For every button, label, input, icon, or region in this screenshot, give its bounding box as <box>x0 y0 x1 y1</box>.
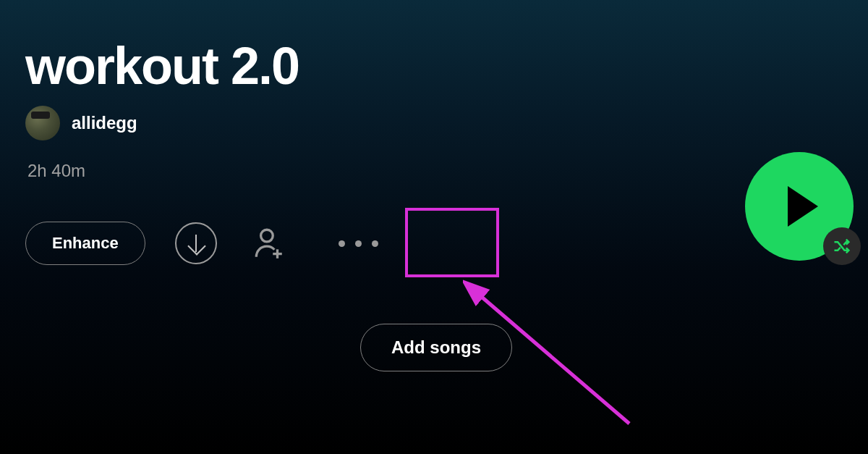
playlist-title: workout 2.0 <box>25 36 299 96</box>
play-button[interactable] <box>745 152 854 261</box>
play-icon <box>788 186 818 227</box>
shuffle-badge[interactable] <box>823 227 861 265</box>
add-songs-button[interactable]: Add songs <box>360 324 512 371</box>
more-icon <box>339 240 345 247</box>
avatar[interactable] <box>25 106 60 140</box>
download-button[interactable] <box>174 222 218 265</box>
enhance-button[interactable]: Enhance <box>25 222 145 265</box>
action-row: Enhance <box>25 217 399 269</box>
owner-name[interactable]: allidegg <box>72 113 137 133</box>
svg-point-0 <box>260 230 273 242</box>
download-icon <box>175 222 217 264</box>
playlist-duration: 2h 40m <box>27 161 85 181</box>
annotation-highlight-box <box>405 208 499 277</box>
playlist-owner-row: allidegg <box>25 106 137 140</box>
more-icon <box>372 240 378 247</box>
more-options-button[interactable] <box>319 217 399 269</box>
add-collaborator-button[interactable] <box>247 222 290 265</box>
add-user-icon <box>250 225 286 261</box>
more-icon <box>355 240 362 247</box>
shuffle-icon <box>832 236 852 256</box>
